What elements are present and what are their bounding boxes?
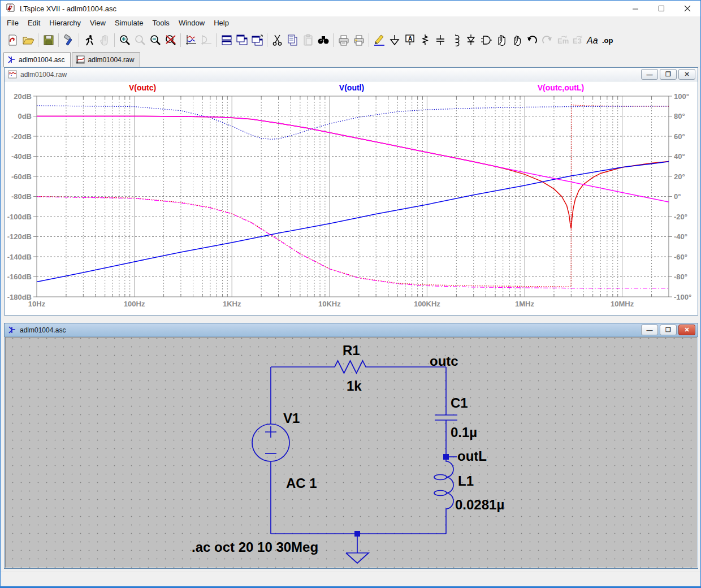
inductor-l1[interactable] (446, 459, 453, 534)
control-panel-button[interactable] (61, 32, 76, 48)
toolbar: A Em E3 Aa .op (1, 30, 700, 50)
trace-v-outl-magnitude (37, 162, 669, 282)
plot-close-button[interactable]: ✕ (678, 69, 695, 80)
node-ground-square[interactable] (354, 531, 360, 537)
copy-button[interactable] (285, 32, 300, 48)
sch-minimize-button[interactable]: — (641, 325, 658, 335)
plot-restore-button[interactable]: ❐ (660, 69, 677, 80)
zoom-out-button[interactable] (148, 32, 163, 48)
label-l1-value[interactable]: 0.0281µ (455, 497, 504, 513)
menu-view[interactable]: View (85, 17, 110, 29)
run-button[interactable] (81, 32, 97, 48)
label-node-outl[interactable]: outL (457, 448, 487, 464)
menu-hierarchy[interactable]: Hierarchy (45, 17, 85, 29)
trace-v-outc-outl-magnitude (37, 116, 669, 202)
waveform-window-title: adlm01004.raw (20, 71, 67, 79)
ltspice-logo-icon: 17 (6, 3, 15, 15)
ground-symbol[interactable] (346, 534, 369, 563)
sch-close-button[interactable]: ✕ (678, 325, 695, 335)
menu-edit[interactable]: Edit (23, 17, 45, 29)
label-c1-value[interactable]: 0.1µ (451, 425, 477, 440)
tab-schematic[interactable]: adlm01004.asc (3, 52, 71, 67)
label-l1[interactable]: L1 (458, 473, 474, 489)
right-axis-label: -20° (674, 213, 687, 221)
text-button[interactable]: Aa (585, 32, 600, 48)
maximize-button[interactable] (648, 1, 674, 16)
menu-file[interactable]: File (2, 17, 23, 29)
wire-button[interactable] (371, 32, 387, 48)
cascade-button[interactable] (249, 32, 265, 48)
tab-waveform[interactable]: adlm01004.raw (72, 52, 140, 67)
left-axis-label: -20dB (11, 132, 32, 141)
svg-text:A: A (408, 36, 412, 42)
cut-button[interactable] (270, 32, 285, 48)
waveform-plot-area[interactable]: 20dB100°0dB80°-20dB60°-40dB40°-60dB20°-8… (5, 81, 697, 314)
label-node-outc[interactable]: outc (430, 353, 458, 369)
label-c1[interactable]: C1 (451, 395, 468, 411)
v1-plus-sign (265, 426, 276, 438)
left-axis-label: -100dB (7, 213, 32, 221)
spice-directive-button[interactable]: .op (600, 32, 616, 48)
label-net-button[interactable]: A (402, 32, 417, 48)
label-r1[interactable]: R1 (343, 343, 360, 358)
label-spice-directive[interactable]: .ac oct 20 10 30Meg (192, 539, 318, 555)
find-button[interactable] (315, 32, 331, 48)
tile-vertical-button[interactable] (234, 32, 249, 48)
waveform-window-titlebar[interactable]: adlm01004.raw — ❐ ✕ (5, 68, 698, 81)
close-button[interactable] (674, 1, 700, 16)
resistor-r1[interactable] (271, 361, 446, 373)
plot-minimize-button[interactable]: — (641, 69, 658, 80)
label-v1[interactable]: V1 (283, 410, 300, 426)
new-schematic-button[interactable] (5, 32, 20, 48)
left-axis-label: -40dB (11, 152, 32, 161)
resistor-button[interactable] (417, 32, 432, 48)
menu-bar: File Edit Hierarchy View Simulate Tools … (1, 16, 700, 30)
drag-button[interactable] (509, 32, 524, 48)
trace-legend[interactable]: V(outc) (129, 83, 156, 92)
left-axis-label: 0dB (18, 112, 32, 120)
trace-v-outc-magnitude (37, 116, 669, 229)
trace-legend[interactable]: V(outc,outL) (538, 83, 584, 92)
ground-button[interactable] (387, 32, 402, 48)
autorange-button[interactable] (183, 32, 198, 48)
component-button[interactable] (478, 32, 494, 48)
trace-legend[interactable]: V(outl) (339, 83, 364, 92)
menu-tools[interactable]: Tools (148, 17, 174, 29)
print-preview-button[interactable] (336, 32, 351, 48)
tile-horizontal-button[interactable] (219, 32, 234, 48)
label-r1-value[interactable]: 1k (347, 378, 362, 394)
save-button[interactable] (41, 32, 56, 48)
inductor-button[interactable] (448, 32, 463, 48)
menu-help[interactable]: Help (209, 17, 233, 29)
undo-button[interactable] (524, 32, 539, 48)
trace-v-outc-phase (37, 105, 669, 287)
open-button[interactable] (20, 32, 36, 48)
label-v1-value[interactable]: AC 1 (286, 475, 317, 491)
tab-strip: adlm01004.asc adlm01004.raw (1, 50, 700, 67)
left-axis-label: -160dB (7, 273, 32, 281)
schematic-canvas[interactable]: R1 1k outc C1 0.1µ outL L1 0.0281µ V1 AC… (5, 337, 697, 568)
diode-button[interactable] (463, 32, 478, 48)
waveform-window: adlm01004.raw — ❐ ✕ 20dB100°0dB80°-20dB6… (4, 67, 698, 315)
left-axis-label: -120dB (7, 232, 32, 241)
svg-text:Em: Em (557, 37, 569, 45)
window-title: LTspice XVII - adlm01004.asc (20, 5, 116, 13)
waveform-tab-icon (76, 55, 85, 64)
menu-window[interactable]: Window (174, 17, 209, 29)
zoom-fit-button[interactable] (163, 32, 178, 48)
svg-text:17: 17 (10, 5, 14, 8)
svg-text:.op: .op (602, 36, 613, 45)
move-button[interactable] (494, 32, 509, 48)
x-axis-label: 100KHz (414, 300, 440, 308)
schematic-window: adlm01004.asc — ❐ ✕ (4, 323, 698, 569)
capacitor-button[interactable] (432, 32, 448, 48)
menu-simulate[interactable]: Simulate (110, 17, 148, 29)
tab-label: adlm01004.asc (19, 56, 64, 64)
schematic-window-titlebar[interactable]: adlm01004.asc — ❐ ✕ (5, 323, 698, 337)
print-button[interactable] (351, 32, 366, 48)
zoom-in-button[interactable] (117, 32, 132, 48)
tab-label: adlm01004.raw (88, 56, 134, 64)
node-outl-square[interactable] (443, 454, 449, 460)
minimize-button[interactable] (622, 1, 648, 16)
sch-restore-button[interactable]: ❐ (660, 325, 677, 335)
